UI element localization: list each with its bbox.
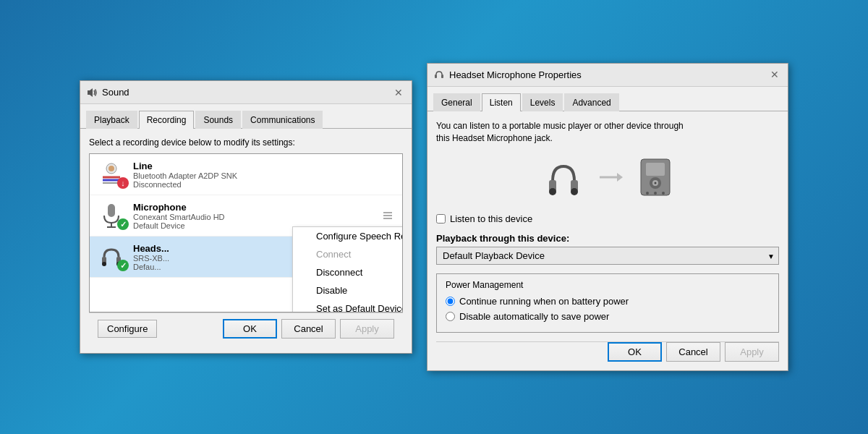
sound-title-bar: Sound ✕ — [80, 81, 412, 104]
props-cancel-button[interactable]: Cancel — [666, 342, 720, 362]
svg-point-18 — [571, 188, 578, 195]
power-management-group: Power Management Continue running when o… — [436, 273, 779, 333]
tab-playback[interactable]: Playback — [86, 111, 137, 129]
svg-marker-0 — [88, 88, 93, 97]
radio-continue-label[interactable]: Continue running when on battery power — [459, 296, 629, 307]
playback-label: Playback through this device: — [436, 233, 779, 244]
svg-point-11 — [102, 262, 106, 266]
props-apply-button[interactable]: Apply — [725, 342, 779, 362]
sound-window-icon — [86, 87, 98, 98]
sound-tabs: Playback Recording Sounds Communications — [80, 104, 412, 129]
power-management-title: Power Management — [446, 280, 770, 290]
props-tabs: General Listen Levels Advanced — [427, 87, 788, 111]
tab-listen[interactable]: Listen — [482, 93, 521, 111]
context-disconnect[interactable]: Disconnect — [293, 263, 403, 281]
playback-select[interactable]: Default Playback Device — [436, 247, 779, 265]
svg-point-17 — [549, 188, 556, 195]
mic-device-detail1: Conexant SmartAudio HD — [133, 213, 383, 221]
sound-close-button[interactable]: ✕ — [391, 85, 406, 100]
sound-ok-cancel-apply: OK Cancel Apply — [223, 319, 394, 339]
listen-checkbox[interactable] — [436, 214, 446, 224]
arrow-illustration — [597, 163, 626, 192]
line-device-detail1: Bluetooth Adapter A2DP SNK — [133, 171, 395, 180]
sound-window: Sound ✕ Playback Recording Sounds Commun… — [80, 80, 412, 354]
tab-recording[interactable]: Recording — [139, 111, 195, 129]
tab-levels[interactable]: Levels — [522, 93, 563, 111]
radio-disable-row: Disable automatically to save power — [446, 311, 770, 322]
sound-title: Sound — [102, 87, 391, 98]
svg-marker-20 — [617, 173, 623, 182]
sound-ok-button[interactable]: OK — [223, 319, 277, 339]
sound-cancel-button[interactable]: Cancel — [281, 319, 336, 339]
svg-rect-14 — [441, 75, 443, 78]
headset-illustration — [542, 156, 585, 199]
svg-rect-13 — [435, 75, 437, 78]
svg-point-27 — [654, 192, 657, 195]
radio-disable[interactable] — [446, 312, 455, 321]
mic-device-name: Microphone — [133, 202, 383, 213]
line-status-badge: ↓ — [117, 177, 129, 189]
svg-rect-6 — [108, 204, 115, 217]
tab-communications[interactable]: Communications — [242, 111, 323, 129]
svg-point-25 — [655, 182, 657, 184]
context-menu: Configure Speech Recognition Connect Dis… — [292, 226, 403, 312]
sound-bottom-bar: Configure OK Cancel Apply — [89, 312, 403, 344]
context-configure-speech[interactable]: Configure Speech Recognition — [293, 227, 403, 245]
radio-disable-label[interactable]: Disable automatically to save power — [459, 311, 609, 322]
tab-sounds[interactable]: Sounds — [195, 111, 241, 129]
listen-checkbox-label[interactable]: Listen to this device — [450, 213, 532, 224]
svg-point-26 — [646, 192, 649, 195]
props-window-icon — [433, 69, 445, 80]
line-device-info: Line Bluetooth Adapter A2DP SNK Disconne… — [133, 161, 395, 189]
device-item-line[interactable]: ↓ Line Bluetooth Adapter A2DP SNK Discon… — [90, 154, 402, 195]
svg-point-5 — [109, 166, 114, 171]
props-bottom-bar: OK Cancel Apply — [436, 341, 779, 362]
tab-advanced[interactable]: Advanced — [564, 93, 618, 111]
line-device-icon: ↓ — [97, 160, 126, 189]
mic-status-badge: ✓ — [117, 218, 129, 230]
listen-checkbox-row: Listen to this device — [436, 213, 779, 224]
props-close-button[interactable]: ✕ — [767, 67, 782, 82]
device-illustration — [436, 156, 779, 199]
context-connect: Connect — [293, 245, 403, 263]
device-list: ↓ Line Bluetooth Adapter A2DP SNK Discon… — [89, 153, 403, 312]
playback-select-wrapper: Default Playback Device ▼ — [436, 247, 779, 265]
radio-continue[interactable] — [446, 297, 455, 306]
headset-status-badge: ✓ — [117, 260, 129, 271]
configure-button[interactable]: Configure — [98, 320, 157, 338]
context-set-default[interactable]: Set as Default Device — [293, 299, 403, 312]
mic-device-icon: ✓ — [97, 201, 126, 230]
line-device-name: Line — [133, 161, 395, 171]
sound-content: Select a recording device below to modif… — [80, 129, 412, 353]
props-title: Headset Microphone Properties — [449, 69, 767, 80]
radio-continue-row: Continue running when on battery power — [446, 296, 770, 307]
svg-rect-22 — [646, 163, 665, 176]
svg-point-28 — [662, 192, 665, 195]
props-ok-cancel-apply: OK Cancel Apply — [608, 342, 779, 362]
listen-description: You can listen to a portable music playe… — [436, 120, 779, 145]
props-window: Headset Microphone Properties ✕ General … — [427, 63, 788, 372]
instruction-text: Select a recording device below to modif… — [89, 137, 403, 148]
props-ok-button[interactable]: OK — [608, 342, 662, 362]
props-title-bar: Headset Microphone Properties ✕ — [427, 64, 788, 87]
player-illustration — [637, 156, 673, 199]
headset-device-icon: ✓ — [97, 242, 126, 271]
props-content: You can listen to a portable music playe… — [427, 111, 788, 371]
context-disable[interactable]: Disable — [293, 281, 403, 299]
line-device-detail2: Disconnected — [133, 180, 395, 189]
sound-apply-button[interactable]: Apply — [340, 319, 394, 339]
tab-general[interactable]: General — [433, 93, 480, 111]
mic-device-info: Microphone Conexant SmartAudio HD Defaul… — [133, 202, 383, 230]
